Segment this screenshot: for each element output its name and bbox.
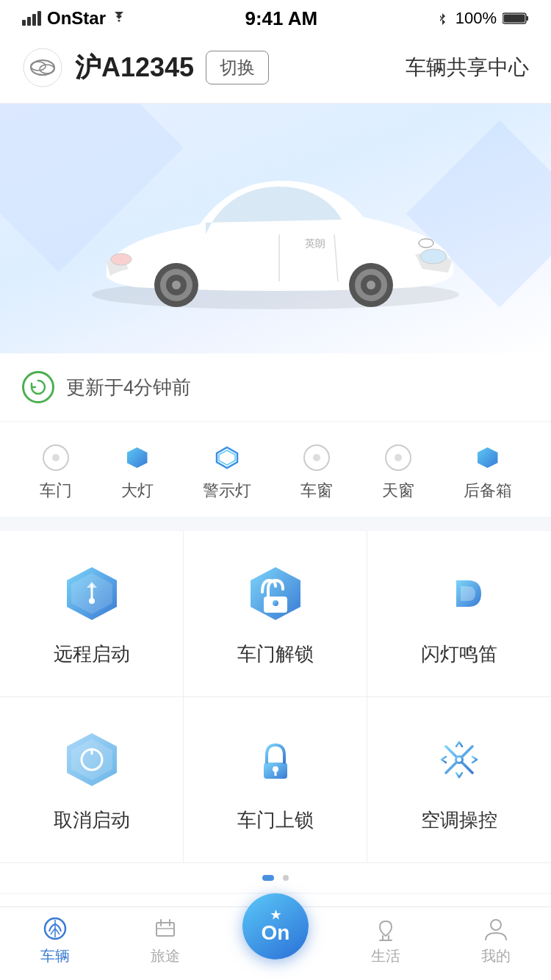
nav-life[interactable]: 生活 xyxy=(331,915,441,966)
nav-vehicle[interactable]: 车辆 xyxy=(0,915,110,966)
header: 沪A12345 切换 车辆共享中心 xyxy=(0,32,551,104)
svg-point-14 xyxy=(420,249,447,264)
svg-point-37 xyxy=(273,766,278,772)
status-icons-row: 车门 大灯 警示灯 车窗 天窗 后备箱 xyxy=(0,422,551,516)
bottom-nav: 车辆 旅途 ★ On 生活 我的 xyxy=(0,907,551,980)
pagination xyxy=(0,863,551,893)
page-dot-1[interactable] xyxy=(262,875,274,881)
status-carrier: OnStar xyxy=(22,8,128,29)
trunk-status-icon xyxy=(475,444,501,471)
door-unlock-label: 车门解锁 xyxy=(237,641,314,667)
door-lock-button[interactable]: 车门上锁 xyxy=(184,697,367,863)
trunk-label: 后备箱 xyxy=(464,480,512,502)
door-lock-label: 车门上锁 xyxy=(237,807,314,833)
profile-nav-icon xyxy=(481,915,511,942)
cancel-start-label: 取消启动 xyxy=(54,807,130,833)
header-left: 沪A12345 切换 xyxy=(22,47,269,88)
svg-point-27 xyxy=(89,598,95,604)
on-button-text: ★ On xyxy=(262,909,290,943)
svg-point-15 xyxy=(111,253,132,265)
buick-logo xyxy=(22,47,63,88)
wifi-icon xyxy=(110,12,128,25)
signal-icon xyxy=(22,11,43,26)
status-battery-area: 100% xyxy=(435,9,529,28)
status-item-trunk[interactable]: 后备箱 xyxy=(464,444,512,502)
svg-rect-1 xyxy=(27,17,31,26)
nav-life-label: 生活 xyxy=(371,946,400,966)
nav-profile[interactable]: 我的 xyxy=(441,915,551,966)
svg-rect-3 xyxy=(37,11,41,26)
trip-nav-icon xyxy=(151,915,180,942)
page-dot-2[interactable] xyxy=(283,875,289,881)
svg-point-23 xyxy=(367,281,375,289)
plate-number: 沪A12345 xyxy=(75,50,194,86)
flash-horn-button[interactable]: 闪灯鸣笛 xyxy=(367,531,551,697)
svg-rect-47 xyxy=(156,923,174,936)
door-status-icon xyxy=(43,444,69,471)
car-image: 英朗 xyxy=(62,140,489,317)
svg-point-44 xyxy=(457,757,461,762)
switch-button[interactable]: 切换 xyxy=(206,51,269,84)
refresh-icon[interactable] xyxy=(22,371,54,403)
update-text: 更新于4分钟前 xyxy=(66,375,191,400)
remote-start-button[interactable]: 远程启动 xyxy=(0,531,184,697)
status-item-headlight[interactable]: 大灯 xyxy=(121,444,154,502)
bluetooth-icon xyxy=(435,12,450,25)
nav-trip[interactable]: 旅途 xyxy=(110,915,220,966)
flash-horn-label: 闪灯鸣笛 xyxy=(421,641,497,667)
vehicle-nav-icon xyxy=(40,915,70,942)
ac-control-button[interactable]: 空调操控 xyxy=(367,697,551,863)
update-status: 更新于4分钟前 xyxy=(0,353,551,421)
window-label: 车窗 xyxy=(300,480,333,502)
svg-text:英朗: 英朗 xyxy=(305,237,325,249)
window-status-icon xyxy=(303,444,330,471)
status-item-sunroof[interactable]: 天窗 xyxy=(382,444,414,502)
warning-status-icon xyxy=(214,444,240,471)
cancel-start-icon xyxy=(59,727,125,793)
status-item-door[interactable]: 车门 xyxy=(40,444,72,502)
svg-point-7 xyxy=(24,48,62,87)
nav-on-center[interactable]: ★ On xyxy=(220,893,331,959)
status-bar: OnStar 9:41 AM 100% xyxy=(0,0,551,32)
door-lock-icon xyxy=(242,727,309,793)
action-grid: 远程启动 车门解锁 xyxy=(0,531,551,863)
flash-horn-icon xyxy=(426,561,492,627)
sunroof-status-icon xyxy=(385,444,411,471)
svg-point-19 xyxy=(172,281,181,289)
headlight-label: 大灯 xyxy=(121,480,154,502)
svg-rect-6 xyxy=(526,16,528,21)
vehicle-share-center-link[interactable]: 车辆共享中心 xyxy=(406,54,529,82)
ac-control-label: 空调操控 xyxy=(421,807,497,833)
status-item-window[interactable]: 车窗 xyxy=(300,444,333,502)
status-time: 9:41 AM xyxy=(245,7,318,30)
battery-icon xyxy=(503,12,529,25)
remote-start-icon xyxy=(59,561,125,627)
svg-rect-5 xyxy=(504,15,525,23)
door-unlock-button[interactable]: 车门解锁 xyxy=(184,531,367,697)
on-button[interactable]: ★ On xyxy=(242,893,309,959)
door-label: 车门 xyxy=(40,480,72,502)
door-unlock-icon xyxy=(242,561,309,627)
cancel-start-button[interactable]: 取消启动 xyxy=(0,697,184,863)
ac-control-icon xyxy=(426,727,492,793)
nav-profile-label: 我的 xyxy=(481,946,511,966)
remote-start-label: 远程启动 xyxy=(54,641,130,667)
sunroof-label: 天窗 xyxy=(382,480,414,502)
svg-rect-0 xyxy=(22,20,26,26)
svg-point-29 xyxy=(273,600,278,606)
svg-rect-2 xyxy=(32,14,36,26)
svg-point-51 xyxy=(491,920,501,930)
nav-vehicle-label: 车辆 xyxy=(40,946,70,966)
life-nav-icon xyxy=(371,915,400,942)
headlight-status-icon xyxy=(124,444,151,471)
status-item-warning[interactable]: 警示灯 xyxy=(203,444,251,502)
car-hero: 英朗 xyxy=(0,104,551,353)
nav-trip-label: 旅途 xyxy=(151,946,180,966)
warning-label: 警示灯 xyxy=(203,480,251,502)
